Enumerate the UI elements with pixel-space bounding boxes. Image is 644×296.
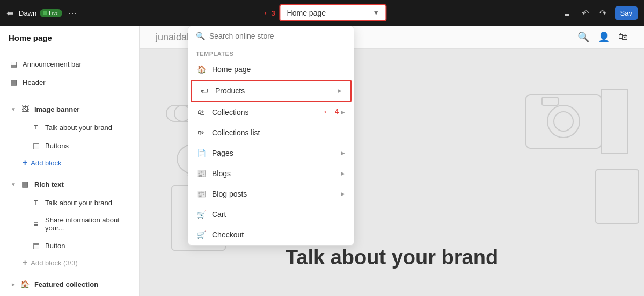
dropdown-item-collections[interactable]: 🛍 Collections ► — [188, 102, 354, 122]
cart-icon: 🛒 — [196, 209, 207, 220]
sidebar-group-collage[interactable]: ▼ ▤ Collage — [0, 293, 139, 296]
annotation-3: → 3 — [257, 6, 275, 20]
sidebar-item-buttons[interactable]: ▤ Buttons — [23, 136, 139, 155]
search-store-icon: 🔍 — [577, 31, 589, 43]
top-bar-right: 🖥 ↶ ↷ Sav — [560, 6, 638, 20]
account-icon: 👤 — [598, 31, 610, 43]
dropdown-item-collections-list[interactable]: 🛍 Collections list — [188, 122, 354, 143]
header-icon: ▤ — [9, 77, 18, 87]
dropdown-item-blog-posts[interactable]: 📰 Blog posts ► — [188, 184, 354, 204]
talk-brand-2-icon: T — [31, 198, 41, 207]
rich-text-group-icon: ▤ — [20, 179, 30, 189]
page-selector-label: Home page — [287, 9, 369, 17]
main-layout: Home page ▤ Announcement bar ▤ Header ▼ … — [0, 26, 644, 296]
header-label: Header — [23, 78, 46, 86]
add-block-label: Add block — [31, 159, 61, 167]
talk-brand-label: Talk about your brand — [45, 124, 112, 132]
sidebar-group-image-banner[interactable]: ▼ 🖼 Image banner — [0, 100, 139, 118]
sidebar-group-rich-text[interactable]: ▼ ▤ Rich text — [0, 175, 139, 193]
share-info-label: Share information about your... — [45, 216, 130, 232]
live-badge: Live — [40, 9, 62, 17]
checkout-label: Checkout — [212, 230, 346, 239]
search-online-store-input[interactable] — [209, 32, 346, 40]
button-label: Button — [45, 242, 65, 250]
talk-brand-icon: T — [31, 122, 41, 132]
sidebar-item-share-info[interactable]: ≡ Share information about your... — [23, 212, 139, 236]
dropdown-item-blogs[interactable]: 📰 Blogs ► — [188, 163, 354, 184]
sidebar-item-button[interactable]: ▤ Button — [23, 236, 139, 255]
homepage-label: Home page — [212, 65, 346, 74]
blogs-icon: 📰 — [196, 168, 207, 179]
cart-label: Cart — [212, 210, 346, 219]
products-expand-arrow: ► — [336, 87, 343, 95]
dropdown-item-checkout[interactable]: 🛒 Checkout — [188, 225, 354, 245]
chevron-down-icon: ▼ — [373, 9, 379, 17]
buttons-label: Buttons — [45, 142, 69, 150]
store-header-icons: 🔍 👤 🛍 — [577, 31, 628, 43]
more-options-button[interactable]: ⋯ — [68, 7, 77, 19]
image-banner-group-icon: 🖼 — [20, 104, 30, 114]
add-block-33-label: Add block (3/3) — [31, 259, 77, 267]
checkout-icon: 🛒 — [196, 229, 207, 240]
expand-arrow-featured: ► — [11, 281, 16, 287]
sidebar-item-announcement-bar[interactable]: ▤ Announcement bar — [0, 55, 139, 73]
svg-rect-11 — [542, 97, 558, 105]
collections-icon: 🛍 — [196, 107, 207, 118]
pages-expand-arrow: ► — [340, 149, 346, 157]
sidebar-title: Home page — [0, 26, 139, 50]
add-block-33-button[interactable]: + Add block (3/3) — [0, 255, 139, 271]
blog-posts-label: Blog posts — [212, 190, 334, 198]
page-selector-dropdown[interactable]: Home page ▼ — [280, 4, 387, 21]
dropdown-search-row: 🔍 — [188, 26, 354, 46]
pages-icon: 📄 — [196, 148, 207, 158]
share-info-icon: ≡ — [31, 219, 41, 229]
rich-text-label: Rich text — [34, 181, 64, 189]
add-block-button[interactable]: + Add block — [0, 155, 139, 171]
expand-arrow-rich-text: ▼ — [11, 182, 16, 187]
blog-posts-icon: 📰 — [196, 189, 207, 199]
collections-expand-arrow: ► — [340, 109, 346, 116]
page-dropdown-panel: 🔍 TEMPLATES 🏠 Home page 🏷 Products — [188, 26, 354, 246]
blog-posts-expand-arrow: ► — [340, 190, 346, 198]
exit-icon[interactable]: ⬅ — [6, 8, 13, 18]
svg-point-10 — [554, 112, 573, 131]
plus-disabled-icon: + — [23, 258, 27, 268]
redo-button[interactable]: ↷ — [597, 6, 609, 20]
dropdown-item-pages[interactable]: 📄 Pages ► — [188, 143, 354, 163]
live-dot — [43, 11, 47, 15]
cart-store-icon: 🛍 — [618, 31, 628, 43]
top-bar-left: ⬅ Dawn Live ⋯ — [6, 7, 77, 19]
sidebar-item-header[interactable]: ▤ Header — [0, 73, 139, 91]
sidebar-item-talk-brand-2[interactable]: T Talk about your brand — [23, 193, 139, 212]
dropdown-item-products[interactable]: 🏷 Products ► — [191, 80, 352, 102]
dropdown-item-homepage[interactable]: 🏠 Home page — [188, 59, 354, 80]
undo-button[interactable]: ↶ — [580, 6, 591, 20]
announcement-bar-icon: ▤ — [9, 59, 18, 69]
button-icon: ▤ — [31, 241, 41, 250]
canvas-area: junaidabcsto 🔍 👤 🛍 — [140, 26, 644, 296]
blogs-expand-arrow: ► — [340, 170, 346, 177]
collections-list-icon: 🛍 — [196, 127, 207, 138]
expand-arrow-image-banner: ▼ — [11, 106, 16, 112]
plus-icon: + — [23, 158, 27, 168]
svg-rect-12 — [601, 89, 628, 154]
save-button[interactable]: Sav — [615, 6, 638, 20]
image-banner-label: Image banner — [34, 105, 80, 113]
home-page-icon: 🏠 — [196, 64, 207, 75]
desktop-view-button[interactable]: 🖥 — [560, 6, 573, 20]
sidebar: Home page ▤ Announcement bar ▤ Header ▼ … — [0, 26, 140, 296]
svg-rect-14 — [596, 170, 639, 223]
dropdown-item-cart[interactable]: 🛒 Cart — [188, 204, 354, 225]
sidebar-item-talk-brand[interactable]: T Talk about your brand — [23, 118, 139, 136]
store-badge: Dawn Live — [19, 9, 62, 17]
top-bar: ⬅ Dawn Live ⋯ → 3 Home page ▼ 🖥 ↶ — [0, 0, 644, 26]
collections-list-label: Collections list — [212, 128, 346, 137]
templates-section-label: TEMPLATES — [188, 46, 354, 59]
products-label: Products — [215, 86, 331, 95]
featured-collection-label: Featured collection — [34, 280, 98, 288]
sidebar-group-featured-collection[interactable]: ► 🏠 Featured collection — [0, 275, 139, 293]
hero-title: Talk about your brand — [286, 246, 498, 269]
svg-rect-8 — [526, 95, 601, 148]
blogs-label: Blogs — [212, 169, 334, 178]
store-name: Dawn — [19, 9, 36, 17]
